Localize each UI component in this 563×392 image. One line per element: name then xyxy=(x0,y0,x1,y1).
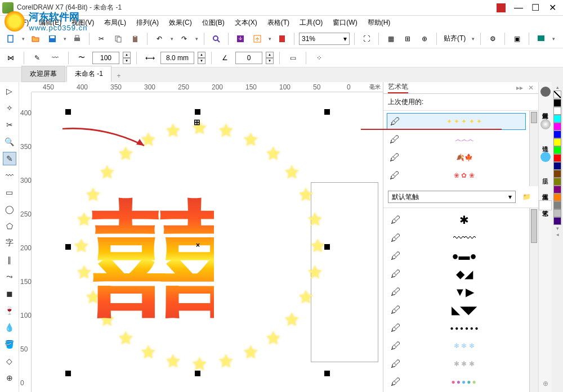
brush-row[interactable]: 🖊◆◢ xyxy=(388,265,525,282)
menu-window[interactable]: 窗口(W) xyxy=(328,16,361,29)
menu-table[interactable]: 表格(T) xyxy=(263,16,294,29)
undo-dropdown[interactable]: ▾ xyxy=(169,36,175,42)
docker-close-icon[interactable]: ✕ xyxy=(528,84,534,92)
brush-row[interactable]: 🖊● ● ● ● ● ● xyxy=(388,319,525,336)
menu-view[interactable]: 视图(V) xyxy=(67,16,99,29)
freehand-tool[interactable]: ✎ xyxy=(3,152,16,165)
color-swatch[interactable] xyxy=(553,170,561,178)
smoothing-spinner[interactable]: ▲▼ xyxy=(123,52,131,64)
selection-handle[interactable] xyxy=(65,371,71,376)
tab-welcome[interactable]: 欢迎屏幕 xyxy=(21,66,65,82)
rectangle-tool[interactable]: ▭ xyxy=(3,186,16,199)
selection-handle[interactable] xyxy=(324,244,330,250)
brush-row[interactable]: 🖊❄ ❄ ❄ xyxy=(388,337,525,354)
color-swatch[interactable] xyxy=(553,146,561,154)
docker-tab-lens[interactable]: 透镜 xyxy=(539,136,551,145)
tab-add-button[interactable]: + xyxy=(113,70,125,82)
brush-row[interactable]: 🖊✱ xyxy=(388,211,525,228)
menu-effects[interactable]: 效果(C) xyxy=(164,16,196,29)
save-dropdown[interactable]: ▾ xyxy=(62,36,68,42)
menu-layout[interactable]: 布局(L) xyxy=(100,16,131,29)
scatter-button[interactable]: ⁘ xyxy=(312,51,327,65)
snap-dropdown[interactable]: ▾ xyxy=(470,36,476,42)
menu-bitmap[interactable]: 位图(B) xyxy=(198,16,229,29)
no-color-swatch[interactable] xyxy=(553,91,561,98)
color-swatch[interactable] xyxy=(553,115,561,123)
brush-row[interactable]: 🖊 🍂🍁 xyxy=(387,149,526,166)
menu-arrange[interactable]: 排列(A) xyxy=(132,16,163,29)
publish-button[interactable] xyxy=(275,31,289,46)
rotation-handle[interactable]: ⊞ xyxy=(194,118,200,127)
brush-row[interactable]: 🖊◣◥◤ xyxy=(388,301,525,318)
color-swatch[interactable] xyxy=(553,178,561,186)
preset-button[interactable]: ⋈ xyxy=(3,51,18,65)
close-button[interactable]: ✕ xyxy=(544,1,561,15)
minimize-button[interactable]: — xyxy=(510,1,527,15)
show-rulers-button[interactable]: ▦ xyxy=(383,31,398,46)
color-swatch[interactable] xyxy=(553,193,561,201)
brush-row[interactable]: 🖊〰〰 xyxy=(388,229,525,246)
color-swatch[interactable] xyxy=(553,217,561,225)
color-swatch[interactable] xyxy=(553,99,561,107)
snap-label[interactable]: 贴齐(T) xyxy=(441,34,468,43)
brush-row[interactable]: 🖊▼▶ xyxy=(388,283,525,300)
color-swatch[interactable] xyxy=(553,162,561,170)
selection-handle[interactable] xyxy=(195,371,200,376)
browse-button[interactable]: 📁 xyxy=(519,190,534,204)
palette-up-icon[interactable]: ▴ xyxy=(556,84,559,90)
docker-tab-art[interactable]: 艺术笔 xyxy=(539,200,552,210)
brush-row[interactable]: 🖊●▬● xyxy=(388,247,525,264)
new-dropdown[interactable]: ▾ xyxy=(20,36,26,42)
angle-input[interactable] xyxy=(235,52,262,64)
smoothing-input[interactable] xyxy=(92,52,119,64)
scrollbar[interactable] xyxy=(529,208,538,392)
more-tool[interactable]: ⊕ xyxy=(3,371,16,385)
print-button[interactable] xyxy=(70,31,84,46)
search-button[interactable] xyxy=(209,31,224,46)
docker-collapse-icon[interactable]: ▸▸ xyxy=(516,84,523,92)
menu-file[interactable]: 文件(F) xyxy=(2,16,33,29)
export-dropdown[interactable]: ▾ xyxy=(267,36,272,42)
brush-row[interactable]: 🖊✱ ✱ ✱ xyxy=(388,355,525,372)
options-button[interactable]: ⚙ xyxy=(485,31,500,46)
stroke-preset-combo[interactable]: 默认笔触 ▾ xyxy=(388,191,516,203)
copy-button[interactable] xyxy=(111,31,126,46)
freehand-button[interactable]: ✎ xyxy=(30,51,44,65)
menu-edit[interactable]: 编辑(E) xyxy=(34,16,66,29)
connector-tool[interactable]: ⤳ xyxy=(3,270,16,283)
fullscreen-button[interactable]: ⛶ xyxy=(359,31,374,46)
menu-help[interactable]: 帮助(H) xyxy=(363,16,395,29)
palette-flyout-icon[interactable]: ◂ xyxy=(556,232,559,237)
ellipse-tool[interactable]: ◯ xyxy=(3,202,16,216)
color-swatch[interactable] xyxy=(553,138,561,146)
bounding-button[interactable]: ▭ xyxy=(285,51,300,65)
brush-row[interactable]: 🖊 ෴෴෴ xyxy=(387,131,526,148)
open-button[interactable] xyxy=(28,31,43,46)
cut-button[interactable]: ✂ xyxy=(94,31,109,46)
show-guides-button[interactable]: ⊕ xyxy=(417,31,432,46)
color-swatch[interactable] xyxy=(553,186,561,193)
zoom-tool[interactable]: 🔍 xyxy=(3,135,16,148)
app-dropdown[interactable]: ▾ xyxy=(551,36,556,42)
fill-tool[interactable]: 🪣 xyxy=(3,337,16,351)
outline-tool[interactable]: ◇ xyxy=(3,354,16,368)
brush-row[interactable]: 🖊 ❀ ✿ ❀ xyxy=(387,167,526,184)
undo-button[interactable]: ↶ xyxy=(152,31,167,46)
color-swatch[interactable] xyxy=(553,201,561,209)
shape-tool[interactable]: ✧ xyxy=(3,101,16,115)
crop-tool[interactable]: ✂ xyxy=(3,118,16,132)
width-spinner[interactable]: ▲▼ xyxy=(198,52,205,64)
canvas[interactable]: ★★★★★★★★★★★★★★★★★★★★★★★★★★★★ 囍 × ⊞ xyxy=(32,92,383,392)
user-badge-icon[interactable] xyxy=(497,3,506,12)
export-button[interactable] xyxy=(250,31,265,46)
ruler-vertical[interactable]: 400 350 300 250 200 150 100 50 0 xyxy=(19,92,32,392)
width-input[interactable] xyxy=(160,52,194,64)
selection-handle[interactable] xyxy=(195,109,200,115)
app-button[interactable] xyxy=(534,31,548,46)
menu-text[interactable]: 文本(X) xyxy=(230,16,262,29)
color-swatch[interactable] xyxy=(553,209,561,217)
show-grid-button[interactable]: ⊞ xyxy=(400,31,415,46)
import-button[interactable] xyxy=(233,31,248,46)
save-button[interactable] xyxy=(45,31,60,46)
selection-handle[interactable] xyxy=(65,244,71,250)
